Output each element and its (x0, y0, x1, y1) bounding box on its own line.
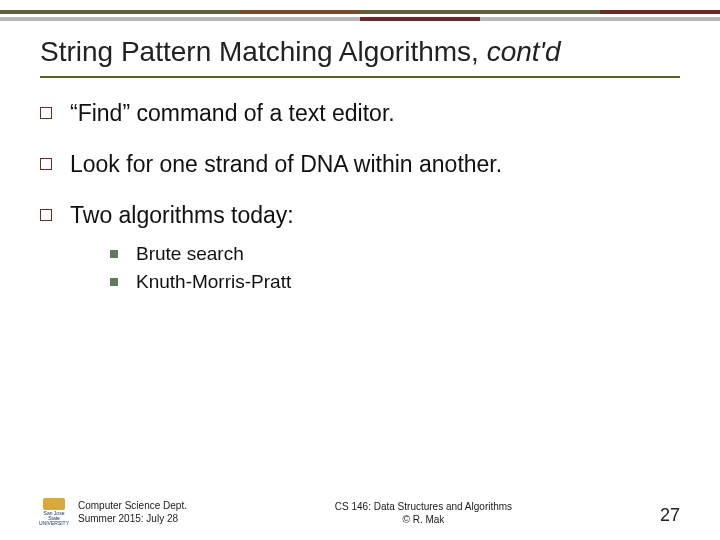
logo-text: San Jose State UNIVERSITY (39, 511, 69, 526)
title-main: String Pattern Matching Algorithms, (40, 36, 487, 67)
square-bullet-icon (40, 107, 52, 119)
footer-course: CS 146: Data Structures and Algorithms (335, 500, 512, 513)
slide: String Pattern Matching Algorithms, cont… (0, 0, 720, 540)
filled-square-icon (110, 250, 118, 258)
sub-bullet-text: Brute search (136, 243, 244, 265)
sub-bullet-list: Brute search Knuth-Morris-Pratt (110, 243, 680, 293)
footer: San Jose State UNIVERSITY Computer Scien… (40, 498, 680, 526)
footer-term: Summer 2015: July 28 (78, 512, 187, 525)
sub-bullet-item: Knuth-Morris-Pratt (110, 271, 680, 293)
sub-bullet-item: Brute search (110, 243, 680, 265)
bullet-item: Two algorithms today: (40, 202, 680, 229)
bullet-text: “Find” command of a text editor. (70, 100, 395, 127)
bullet-item: Look for one strand of DNA within anothe… (40, 151, 680, 178)
sub-bullet-text: Knuth-Morris-Pratt (136, 271, 291, 293)
footer-left: San Jose State UNIVERSITY Computer Scien… (40, 498, 187, 526)
footer-dept-block: Computer Science Dept. Summer 2015: July… (78, 499, 187, 525)
filled-square-icon (110, 278, 118, 286)
content-area: “Find” command of a text editor. Look fo… (40, 100, 680, 299)
slide-title: String Pattern Matching Algorithms, cont… (40, 36, 680, 78)
footer-author: © R. Mak (335, 513, 512, 526)
square-bullet-icon (40, 158, 52, 170)
page-number: 27 (660, 505, 680, 526)
bullet-item: “Find” command of a text editor. (40, 100, 680, 127)
bullet-text: Two algorithms today: (70, 202, 294, 229)
footer-dept: Computer Science Dept. (78, 499, 187, 512)
title-italic: cont'd (487, 36, 561, 67)
university-logo: San Jose State UNIVERSITY (40, 498, 68, 526)
bullet-text: Look for one strand of DNA within anothe… (70, 151, 502, 178)
footer-center: CS 146: Data Structures and Algorithms ©… (335, 500, 512, 526)
square-bullet-icon (40, 209, 52, 221)
decorative-stripe (0, 10, 720, 24)
